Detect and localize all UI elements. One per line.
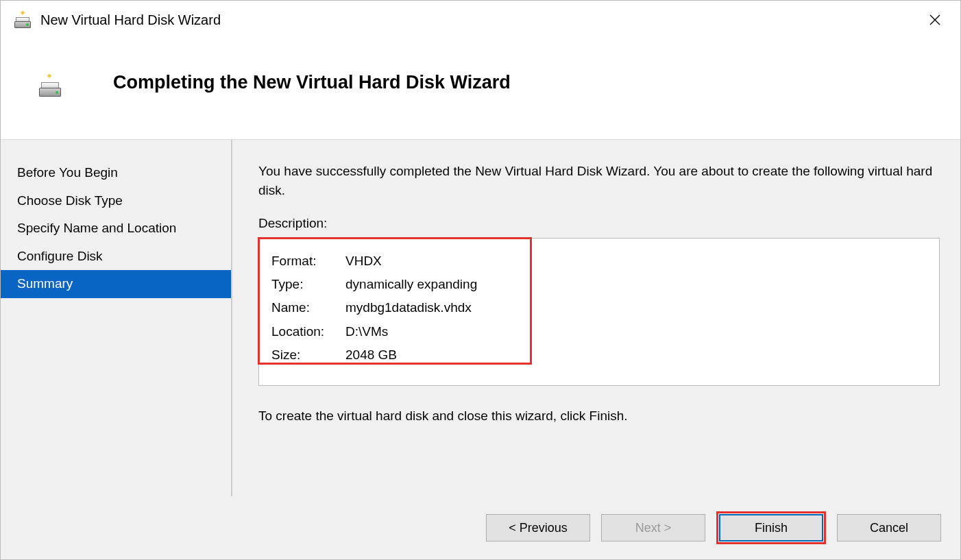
content-area: Before You Begin Choose Disk Type Specif… bbox=[1, 139, 960, 496]
summary-row-format: Format: VHDX bbox=[271, 249, 927, 273]
previous-button[interactable]: < Previous bbox=[486, 514, 590, 541]
wizard-header: ✦ Completing the New Virtual Hard Disk W… bbox=[1, 39, 960, 139]
wizard-main: You have successfully completed the New … bbox=[232, 140, 960, 496]
summary-row-location: Location: D:\VMs bbox=[271, 320, 927, 343]
summary-type-label: Type: bbox=[271, 273, 345, 296]
summary-location-label: Location: bbox=[271, 320, 345, 343]
summary-size-label: Size: bbox=[271, 343, 345, 367]
summary-size-value: 2048 GB bbox=[345, 343, 397, 367]
sidebar-item-choose-disk-type[interactable]: Choose Disk Type bbox=[1, 187, 231, 215]
summary-row-size: Size: 2048 GB bbox=[271, 343, 927, 367]
sidebar-item-before-you-begin[interactable]: Before You Begin bbox=[1, 159, 231, 187]
summary-row-type: Type: dynamically expanding bbox=[271, 273, 927, 296]
disk-icon: ✦ bbox=[39, 75, 61, 97]
next-button: Next > bbox=[601, 514, 705, 541]
description-box: Format: VHDX Type: dynamically expanding… bbox=[258, 238, 940, 386]
summary-type-value: dynamically expanding bbox=[345, 273, 477, 296]
summary-name-label: Name: bbox=[271, 296, 345, 319]
closing-text: To create the virtual hard disk and clos… bbox=[258, 406, 940, 426]
sidebar-item-summary[interactable]: Summary bbox=[1, 270, 231, 298]
summary-name-value: mydbg1datadisk.vhdx bbox=[345, 296, 472, 319]
page-title: Completing the New Virtual Hard Disk Wiz… bbox=[113, 72, 511, 93]
sidebar-item-configure-disk[interactable]: Configure Disk bbox=[1, 243, 231, 271]
wizard-steps-sidebar: Before You Begin Choose Disk Type Specif… bbox=[1, 140, 232, 496]
summary-format-value: VHDX bbox=[345, 249, 382, 273]
window-title: New Virtual Hard Disk Wizard bbox=[40, 12, 919, 28]
title-bar: ✦ New Virtual Hard Disk Wizard bbox=[1, 1, 960, 39]
description-label: Description: bbox=[258, 216, 940, 231]
button-bar: < Previous Next > Finish Cancel bbox=[1, 496, 960, 559]
summary-location-value: D:\VMs bbox=[345, 320, 388, 343]
annotation-highlight-finish: Finish bbox=[716, 511, 826, 544]
intro-text: You have successfully completed the New … bbox=[258, 162, 940, 199]
close-button[interactable] bbox=[919, 9, 951, 31]
summary-format-label: Format: bbox=[271, 249, 345, 273]
disk-icon: ✦ bbox=[14, 12, 31, 28]
close-icon bbox=[929, 14, 940, 25]
sidebar-item-specify-name-location[interactable]: Specify Name and Location bbox=[1, 215, 231, 243]
cancel-button[interactable]: Cancel bbox=[837, 514, 941, 541]
finish-button[interactable]: Finish bbox=[719, 514, 823, 541]
summary-row-name: Name: mydbg1datadisk.vhdx bbox=[271, 296, 927, 319]
